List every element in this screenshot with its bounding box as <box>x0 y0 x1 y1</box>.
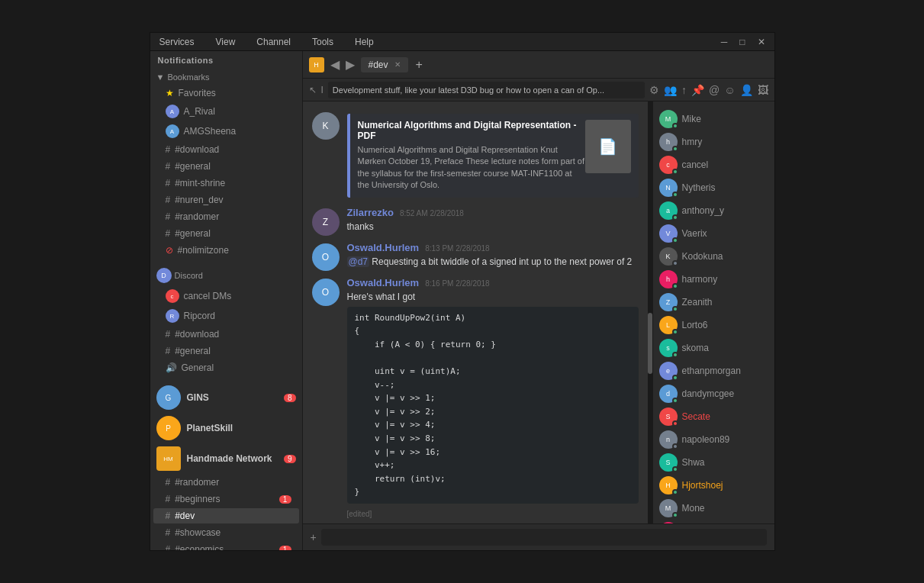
sidebar-showcase[interactable]: # #showcase <box>153 525 299 540</box>
menu-view[interactable]: View <box>213 35 239 49</box>
status-anthony <box>672 214 678 221</box>
messages-scrollbar[interactable] <box>648 101 652 523</box>
status-skoma <box>672 352 678 358</box>
user-mike[interactable]: M Mike <box>653 108 774 130</box>
msg-content-oswald1: Oswald.Hurlem 8:13 PM 2/28/2018 @d7 Requ… <box>347 242 639 269</box>
close-button[interactable]: ✕ <box>755 35 768 49</box>
user-mone[interactable]: M Mone <box>653 497 774 520</box>
pin-icon[interactable]: 📌 <box>691 84 704 96</box>
upload-icon[interactable]: ↑ <box>681 84 687 96</box>
user-shwa[interactable]: S Shwa <box>653 451 774 474</box>
planetskill-server[interactable]: P PlanetSkill <box>150 413 302 443</box>
avatar-user-zeanith: Z <box>659 293 678 311</box>
message-input[interactable] <box>321 529 767 546</box>
ban-icon: ⊘ <box>166 245 173 256</box>
user-zeanith[interactable]: Z Zeanith <box>653 291 774 314</box>
sidebar-favorites[interactable]: ★ Favorites <box>153 85 299 101</box>
msg-header-zilarrezko: Zilarrezko 8:52 AM 2/28/2018 <box>347 207 639 218</box>
sidebar-dev[interactable]: # #dev <box>153 508 299 523</box>
menu-tools[interactable]: Tools <box>309 35 336 49</box>
discord-icon: D <box>156 268 172 283</box>
user-hjortshoej[interactable]: H Hjortshoej <box>653 474 774 497</box>
sidebar-item-nuren-dev[interactable]: # #nuren_dev <box>153 192 299 208</box>
menu-help[interactable]: Help <box>352 35 377 49</box>
image-icon[interactable]: 🖼 <box>758 84 768 96</box>
notifications-header: Notifications <box>150 51 302 69</box>
add-tab-button[interactable]: + <box>413 58 426 72</box>
user-secate[interactable]: S Secate <box>653 405 774 428</box>
username-ethanpmorgan: ethanpmorgan <box>682 366 741 376</box>
sidebar-discord-download[interactable]: # #download <box>153 327 299 342</box>
sidebar-item-a-rival[interactable]: A A_Rival <box>153 102 299 121</box>
avatar-user-secate: S <box>659 407 678 426</box>
forward-button[interactable]: ▶ <box>344 57 356 72</box>
menu-channel[interactable]: Channel <box>253 35 294 49</box>
user-skoma[interactable]: s skoma <box>653 337 774 359</box>
menu-services[interactable]: Services <box>156 35 198 49</box>
hash-icon: # <box>166 494 171 504</box>
sidebar-item-nolimitzone[interactable]: ⊘ #nolimitzone <box>153 243 299 258</box>
message-zilarrezko: Z Zilarrezko 8:52 AM 2/28/2018 thanks <box>303 204 648 239</box>
sidebar-discord-voice[interactable]: 🔊 General <box>153 360 299 375</box>
members-icon[interactable]: 👤 <box>740 84 753 96</box>
sidebar-cancel-dms[interactable]: c cancel DMs <box>153 287 299 305</box>
handmade-icon: HM <box>156 446 181 471</box>
avatar-a-rival: A <box>166 105 179 118</box>
messages-scroll-thumb[interactable] <box>648 313 652 374</box>
sidebar-economics[interactable]: # #economics 1 <box>153 542 299 550</box>
emoji-icon[interactable]: ☺ <box>724 84 735 96</box>
avatar-user-nytheris: N <box>659 179 678 197</box>
user-vaerix[interactable]: V Vaerix <box>653 222 774 245</box>
user-harmony[interactable]: h harmony <box>653 268 774 291</box>
user-kodokuna[interactable]: K Kodokuna <box>653 245 774 268</box>
channel-tab-dev[interactable]: #dev ✕ <box>361 57 408 72</box>
user-hmry[interactable]: h hmry <box>653 130 774 153</box>
sidebar-ripcord[interactable]: R Ripcord <box>153 307 299 325</box>
attach-icon[interactable]: + <box>311 531 317 543</box>
sidebar-item-general2[interactable]: # #general <box>153 226 299 241</box>
avatar-user-kodokuna: K <box>659 247 678 266</box>
message-knut: K Numerical Algorithms and Digital Repre… <box>303 108 648 204</box>
code-block-oswald2: int RoundUpPow2(int A) { if (A < 0) { re… <box>347 307 639 504</box>
username-vaerix: Vaerix <box>682 228 707 239</box>
minimize-button[interactable]: ─ <box>718 35 731 49</box>
gins-icon: G <box>156 385 181 410</box>
bookmarks-section[interactable]: ▼ Bookmarks <box>150 69 302 85</box>
sidebar-item-randomer1[interactable]: # #randomer <box>153 209 299 224</box>
user-lorto6[interactable]: L Lorto6 <box>653 314 774 337</box>
people-icon[interactable]: 👥 <box>664 84 677 96</box>
close-tab-button[interactable]: ✕ <box>394 60 401 69</box>
back-button[interactable]: ◀ <box>329 57 341 72</box>
user-nytheris[interactable]: N Nytheris <box>653 176 774 199</box>
user-napoleon89[interactable]: n napoleon89 <box>653 428 774 451</box>
at-icon[interactable]: @ <box>709 84 720 96</box>
handmade-server[interactable]: HM Handmade Network 9 <box>150 443 302 474</box>
discord-section[interactable]: D Discord <box>150 265 302 286</box>
msg-author-oswald2: Oswald.Hurlem <box>347 277 420 288</box>
sidebar-item-general1[interactable]: # #general <box>153 159 299 174</box>
sidebar-discord-general[interactable]: # #general <box>153 343 299 359</box>
user-ethanpmorgan[interactable]: e ethanpmorgan <box>653 359 774 382</box>
user-anthony-y[interactable]: a anthony_y <box>653 199 774 222</box>
topic-input[interactable] <box>328 82 645 98</box>
username-harmony: harmony <box>682 274 718 285</box>
gear-icon[interactable]: ⚙ <box>649 84 659 96</box>
sidebar-item-mint-shrine[interactable]: # #mint-shrine <box>153 176 299 191</box>
speaker-icon: 🔊 <box>166 362 177 373</box>
sidebar-item-download[interactable]: # #download <box>153 142 299 157</box>
sidebar-item-amgsheena[interactable]: A AMGSheena <box>153 122 299 140</box>
username-zeanith: Zeanith <box>682 297 713 308</box>
msg-edited-oswald2: [edited] <box>347 507 639 520</box>
sidebar-randomer-hm[interactable]: # #randomer <box>153 475 299 490</box>
hash-icon: # <box>166 329 171 340</box>
message-oswald2: O Oswald.Hurlem 8:16 PM 2/28/2018 Here's… <box>303 274 648 523</box>
msg-author-zilarrezko: Zilarrezko <box>347 207 394 218</box>
maximize-button[interactable]: □ <box>736 35 748 49</box>
avatar-zilarrezko: Z <box>312 208 340 236</box>
embed-desc: Numerical Algorithms and Digital Represe… <box>358 144 585 192</box>
sidebar-beginners[interactable]: # #beginners 1 <box>153 491 299 507</box>
gins-server[interactable]: G GINS 8 <box>150 382 302 413</box>
status-harmony <box>672 283 678 289</box>
user-dandymcgee[interactable]: d dandymcgee <box>653 382 774 405</box>
user-cancel[interactable]: c cancel <box>653 153 774 176</box>
